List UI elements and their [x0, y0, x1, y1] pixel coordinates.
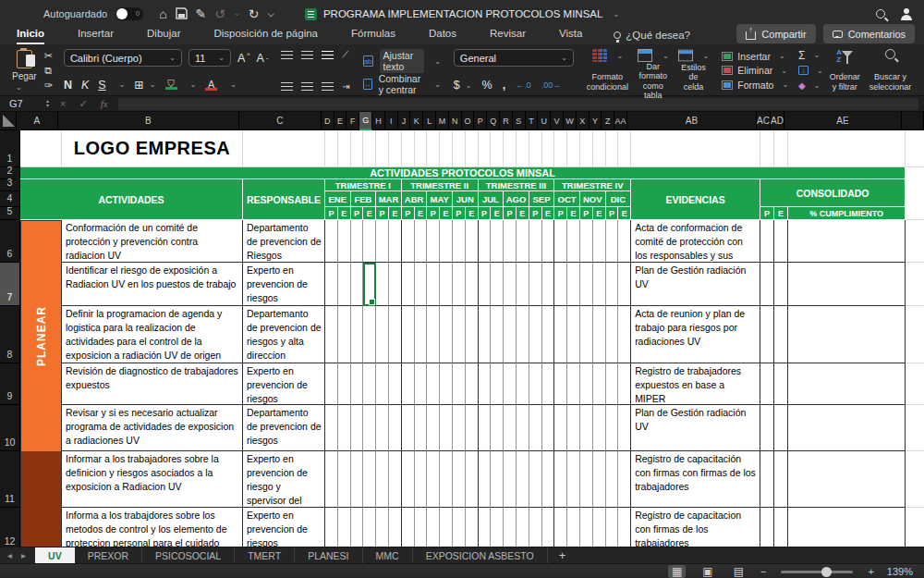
empty-cell[interactable] — [760, 130, 774, 167]
undo-chevron-icon[interactable]: ⌄ — [234, 10, 240, 18]
pe-value-cell[interactable] — [479, 220, 492, 263]
pe-header-cell[interactable]: E — [415, 207, 428, 220]
sort-filter-button[interactable]: AZ Ordenar y filtrar — [825, 48, 865, 92]
pe-value-cell[interactable] — [440, 451, 453, 508]
ribbon-tab-datos[interactable]: Datos — [429, 28, 456, 44]
pe-value-cell[interactable] — [580, 220, 593, 263]
pe-value-cell[interactable] — [567, 363, 580, 405]
pct-header-cell[interactable]: % CUMPLIMIENTO — [788, 207, 906, 220]
title-chevron-icon[interactable]: ⌄ — [613, 10, 619, 18]
pe-value-cell[interactable] — [491, 508, 504, 547]
responsible-header-cell[interactable]: RESPONSABLE — [243, 179, 325, 220]
pe-value-cell[interactable] — [415, 263, 428, 306]
empty-cell[interactable] — [338, 130, 351, 167]
fill-color-button[interactable]: ⛉ — [165, 80, 177, 90]
fill-button[interactable]: ↓⌄ — [798, 64, 823, 78]
copy-icon[interactable]: ⧉ — [44, 65, 52, 77]
comma-button[interactable]: , — [503, 79, 505, 92]
empty-cell[interactable] — [580, 130, 593, 167]
align-center-icon[interactable] — [301, 82, 313, 91]
month-header-cell[interactable]: FEB — [351, 191, 377, 207]
pe-value-cell[interactable] — [517, 508, 529, 547]
pe-header-cell[interactable]: P — [504, 207, 517, 220]
section-next-cell[interactable] — [20, 451, 62, 547]
currency-button[interactable]: $⌄ — [454, 79, 472, 92]
pe-value-cell[interactable] — [554, 263, 567, 306]
pe-value-cell[interactable] — [376, 263, 389, 306]
pe-value-cell[interactable] — [338, 363, 351, 405]
column-header-R[interactable]: R — [500, 112, 513, 130]
empty-cell[interactable] — [906, 220, 924, 263]
wrap-text-button[interactable]: Ajustar texto — [380, 49, 425, 73]
empty-cell[interactable] — [906, 167, 924, 220]
pe-header-cell[interactable]: P — [479, 207, 492, 220]
pe-value-cell[interactable] — [529, 363, 542, 405]
pe-value-cell[interactable] — [402, 451, 415, 508]
pe-value-cell[interactable] — [453, 451, 466, 508]
row-header-9[interactable]: 9 — [0, 363, 20, 405]
responsible-cell[interactable]: Experto en prevencion de riesgo y spervi… — [243, 451, 325, 508]
month-header-cell[interactable]: DIC — [606, 191, 632, 207]
consolidated-e-value-cell[interactable] — [774, 306, 788, 363]
consolidated-e-value-cell[interactable] — [774, 220, 788, 263]
page-layout-view-icon[interactable]: ▣ — [699, 565, 716, 578]
pe-value-cell[interactable] — [479, 263, 492, 306]
column-header-AA[interactable]: AA — [614, 112, 627, 130]
pe-value-cell[interactable] — [453, 306, 466, 363]
month-header-cell[interactable]: AGO — [504, 191, 529, 207]
responsible-cell[interactable]: Experto en prevencion de riesgos — [243, 508, 325, 547]
pe-value-cell[interactable] — [517, 306, 529, 363]
pct-value-cell[interactable] — [788, 451, 906, 508]
pe-value-cell[interactable] — [517, 363, 529, 405]
pe-value-cell[interactable] — [593, 220, 606, 263]
responsible-cell[interactable]: Experto en prevencion de riesgos — [243, 363, 325, 405]
responsible-cell[interactable]: Experto en prevencion de riesgos — [243, 263, 325, 306]
pe-value-cell[interactable] — [554, 451, 567, 508]
pe-value-cell[interactable] — [580, 405, 593, 451]
column-header-J[interactable]: J — [398, 112, 411, 130]
pe-value-cell[interactable] — [542, 508, 555, 547]
pe-value-cell[interactable] — [567, 508, 580, 547]
pe-value-cell[interactable] — [466, 363, 479, 405]
pe-value-cell[interactable] — [389, 451, 402, 508]
row-header-3[interactable]: 3 — [0, 179, 20, 191]
pe-value-cell[interactable] — [402, 220, 415, 263]
pe-value-cell[interactable] — [466, 306, 479, 363]
column-header-W[interactable]: W — [564, 112, 577, 130]
empty-cell[interactable] — [906, 263, 924, 306]
pct-value-cell[interactable] — [788, 405, 906, 451]
empty-cell[interactable] — [906, 508, 924, 547]
activities-header-cell[interactable]: ACTIVIDADES — [20, 179, 243, 220]
find-select-button[interactable]: Buscar y seleccionar — [865, 48, 917, 92]
pe-header-cell[interactable]: P — [376, 207, 389, 220]
pe-value-cell[interactable] — [554, 306, 567, 363]
column-header-P[interactable]: P — [474, 112, 487, 130]
empty-cell[interactable] — [243, 130, 325, 167]
row-header-1[interactable]: 1 — [0, 130, 20, 167]
pe-header-cell[interactable]: P — [325, 207, 338, 220]
pe-value-cell[interactable] — [580, 306, 593, 363]
autosave-toggle[interactable]: 0 — [116, 7, 143, 20]
pe-value-cell[interactable] — [415, 306, 428, 363]
pe-header-cell[interactable]: E — [618, 207, 631, 220]
column-header-Q[interactable]: Q — [487, 112, 500, 130]
column-header-H[interactable]: H — [372, 112, 385, 130]
empty-cell[interactable] — [491, 130, 504, 167]
sheet-tab-tmert[interactable]: TMERT — [235, 547, 295, 563]
pe-value-cell[interactable] — [606, 263, 619, 306]
pe-value-cell[interactable] — [517, 405, 529, 451]
decrease-decimal-button[interactable]: ←.0 — [516, 80, 531, 90]
pe-value-cell[interactable] — [427, 451, 440, 508]
pe-value-cell[interactable] — [325, 508, 338, 547]
pct-value-cell[interactable] — [788, 220, 906, 263]
empty-cell[interactable] — [402, 130, 415, 167]
pe-header-cell[interactable]: E — [593, 207, 606, 220]
pe-value-cell[interactable] — [338, 405, 351, 451]
empty-cell[interactable] — [906, 130, 924, 167]
pe-value-cell[interactable] — [504, 263, 517, 306]
tell-me-item[interactable]: ¿Qué desea? — [614, 30, 690, 44]
pe-value-cell[interactable] — [618, 306, 631, 363]
pe-header-cell[interactable]: P — [529, 207, 542, 220]
consolidated-e-value-cell[interactable] — [774, 451, 788, 508]
empty-cell[interactable] — [389, 130, 402, 167]
